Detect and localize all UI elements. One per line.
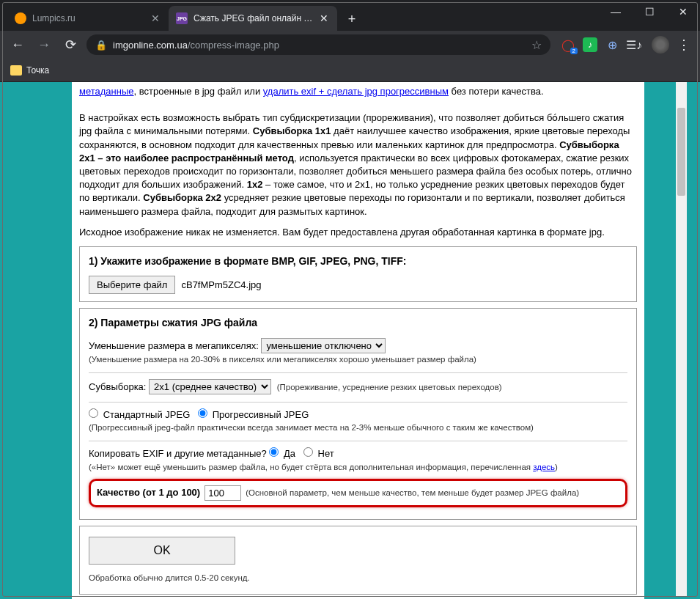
tab-imgonline[interactable]: JPG Сжать JPEG файл онлайн - IMG ✕ [169, 6, 337, 31]
minimize-button[interactable]: — [599, 0, 633, 23]
close-window-button[interactable]: ✕ [666, 0, 700, 23]
favicon-icon [15, 12, 26, 24]
section-title: 1) Укажите изображение в формате BMP, GI… [89, 254, 627, 269]
description-paragraph: В настройках есть возможность выбрать ти… [79, 111, 637, 218]
extension-icon[interactable]: ◯2 [561, 37, 575, 52]
metadata-link[interactable]: метаданные [79, 86, 134, 97]
ok-button[interactable]: OK [89, 537, 235, 565]
menu-button[interactable]: ⋮ [675, 37, 693, 53]
scrollbar-track[interactable] [676, 82, 687, 597]
page-content: метаданные, встроенные в jpg файл или уд… [72, 82, 644, 599]
choose-file-button[interactable]: Выберите файл [89, 276, 175, 294]
bookmark-star-icon[interactable]: ☆ [531, 38, 542, 52]
profile-avatar[interactable] [652, 36, 669, 54]
bookmark-item[interactable]: Точка [26, 65, 49, 76]
back-button[interactable]: ← [7, 34, 28, 55]
folder-icon [10, 65, 22, 76]
section-compression-params: 2) Параметры сжатия JPG файла Уменьшение… [79, 308, 637, 519]
subsample-hint: (Прореживание, усреднение резких цветовы… [277, 383, 502, 392]
file-name-label: cB7fMPm5ZC4.jpg [181, 279, 261, 292]
jpeg-progressive-radio[interactable]: Прогрессивный JPEG [198, 409, 309, 420]
exif-here-link[interactable]: здесь [533, 463, 555, 471]
quality-input[interactable] [205, 485, 241, 501]
extension-icon[interactable]: ♪ [583, 37, 597, 52]
forward-button[interactable]: → [34, 34, 54, 55]
mp-hint: (Уменьшение размера на 20-30% в пикселях… [89, 353, 627, 365]
jpeg-standard-radio[interactable]: Стандартный JPEG [89, 409, 190, 420]
subsample-label: Субвыборка: [89, 381, 149, 392]
close-icon[interactable]: ✕ [150, 12, 161, 24]
reload-button[interactable]: ⟳ [60, 34, 81, 55]
new-tab-button[interactable]: + [342, 9, 362, 29]
processing-hint: Обработка обычно длится 0.5-20 секунд. [89, 572, 627, 584]
favicon-icon: JPG [176, 12, 188, 24]
tab-title: Сжать JPEG файл онлайн - IMG [194, 13, 315, 23]
scrollbar-thumb[interactable] [677, 108, 685, 196]
tab-title: Lumpics.ru [32, 13, 147, 23]
quality-hint: (Основной параметр, чем меньше качество,… [246, 487, 579, 499]
exif-yes-radio[interactable]: Да [269, 448, 295, 459]
exif-link[interactable]: удалить exif + сделать jpg прогрессивным [263, 86, 449, 97]
url-text: imgonline.com.ua/compress-image.php [113, 40, 526, 51]
address-bar[interactable]: 🔒 imgonline.com.ua/compress-image.php ☆ [86, 34, 550, 55]
note-paragraph: Исходное изображение никак не изменяется… [79, 226, 637, 239]
maximize-button[interactable]: ☐ [633, 0, 666, 23]
close-icon[interactable]: ✕ [318, 12, 330, 24]
mp-select[interactable]: уменьшение отключено [261, 338, 386, 353]
section-title: 2) Параметры сжатия JPG файла [89, 316, 627, 331]
mp-label: Уменьшение размера в мегапикселях: [89, 340, 261, 351]
quality-row-highlighted: Качество (от 1 до 100) (Основной парамет… [89, 479, 627, 507]
subsample-select[interactable]: 2x1 (среднее качество) [149, 379, 271, 394]
jpeg-hint: (Прогрессивный jpeg-файл практически все… [89, 422, 627, 433]
quality-label: Качество (от 1 до 100) [97, 486, 200, 499]
reading-list-icon[interactable]: ☰♪ [627, 37, 641, 52]
exif-label: Копировать EXIF и другие метаданные? [89, 448, 269, 459]
extension-icon[interactable]: ⊕ [605, 37, 619, 52]
tab-lumpics[interactable]: Lumpics.ru ✕ [7, 6, 169, 31]
section-file-select: 1) Укажите изображение в формате BMP, GI… [79, 246, 637, 303]
secure-icon: 🔒 [95, 40, 107, 51]
exif-no-radio[interactable]: Нет [303, 448, 334, 459]
section-submit: OK Обработка обычно длится 0.5-20 секунд… [79, 526, 637, 595]
